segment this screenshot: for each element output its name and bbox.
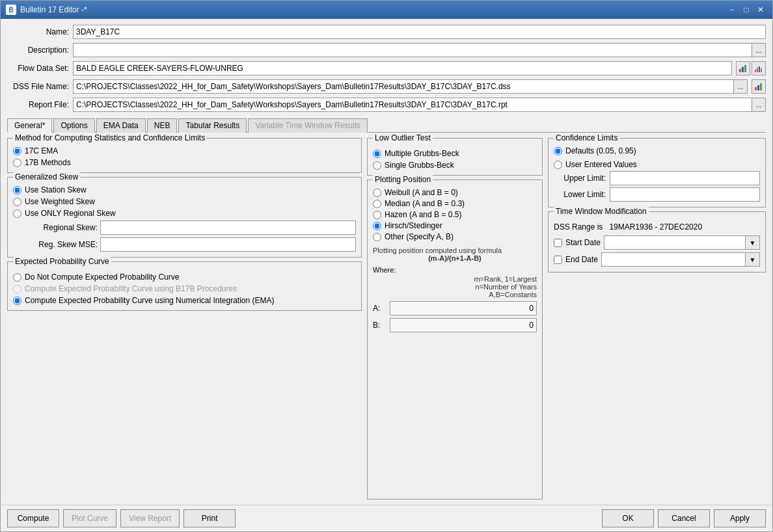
start-date-label[interactable]: Start Date <box>565 238 601 247</box>
pp-hirsch-label[interactable]: Hirsch/Stedinger <box>385 221 442 230</box>
ep-do-not-compute: Do Not Compute Expected Probability Curv… <box>13 273 356 282</box>
cl-user-entered: User Entered Values <box>554 160 760 169</box>
cl-defaults-radio[interactable] <box>554 147 562 155</box>
compute-button[interactable]: Compute <box>7 509 59 527</box>
end-date-input[interactable] <box>601 252 746 267</box>
skew-weighted-radio[interactable] <box>13 198 21 206</box>
pp-other-label[interactable]: Other (Specify A, B) <box>385 232 454 241</box>
skew-regional-label[interactable]: Use ONLY Regional Skew <box>25 209 116 218</box>
pp-weibull-radio[interactable] <box>373 189 381 197</box>
lo-multiple-radio[interactable] <box>373 150 381 158</box>
description-input[interactable] <box>73 43 752 57</box>
dss-browse-button[interactable]: ... <box>733 79 748 94</box>
skew-weighted-label[interactable]: Use Weighted Skew <box>25 197 95 206</box>
dss-range-label: DSS Range is <box>554 222 603 232</box>
expected-probability-title: Expected Probability Curve <box>13 257 111 266</box>
plotting-position-title: Plotting Position <box>373 175 433 184</box>
tab-tabular-results[interactable]: Tabular Results <box>178 118 247 133</box>
pp-hazen-label[interactable]: Hazen (A and B = 0.5) <box>385 210 461 219</box>
window-title: Bulletin 17 Editor -* <box>20 5 87 14</box>
regional-skew-input[interactable] <box>100 220 356 235</box>
end-date-label[interactable]: End Date <box>565 255 598 264</box>
pp-hirsch-radio[interactable] <box>373 222 381 230</box>
b-row: B: <box>373 318 537 332</box>
tab-variable-time-window: Variable Time Window Results <box>248 118 368 133</box>
histogram-icon <box>754 64 763 73</box>
cl-user-label[interactable]: User Entered Values <box>565 160 637 169</box>
upper-limit-row: Upper Limit: <box>554 171 760 185</box>
cl-defaults-label[interactable]: Defaults (0.05, 0.95) <box>565 146 636 155</box>
tab-neb[interactable]: NEB <box>147 118 178 133</box>
middle-panel: Low Outlier Test Multiple Grubbs-Beck Si… <box>367 138 543 499</box>
lo-multiple-label[interactable]: Multiple Grubbs-Beck <box>385 149 459 158</box>
cl-user-radio[interactable] <box>554 161 562 169</box>
svg-rect-9 <box>760 83 762 90</box>
upper-limit-input[interactable] <box>610 171 760 185</box>
b-input[interactable] <box>390 318 537 332</box>
reg-skew-mse-input[interactable] <box>100 237 356 252</box>
tab-ema-data[interactable]: EMA Data <box>96 118 146 133</box>
left-panel: Method for Computing Statistics and Conf… <box>7 138 362 499</box>
tab-options[interactable]: Options <box>53 118 94 133</box>
report-file-row: Report File: ... <box>7 97 766 113</box>
close-button[interactable]: ✕ <box>754 4 767 16</box>
method-17b-label[interactable]: 17B Methods <box>25 158 71 167</box>
report-browse-button[interactable]: ... <box>752 98 766 112</box>
ep-none-radio[interactable] <box>13 273 21 282</box>
description-browse-button[interactable]: ... <box>752 43 766 57</box>
plotting-inner: Weibull (A and B = 0) Median (A and B = … <box>373 188 537 332</box>
right-panel: Confidence Limits Defaults (0.05, 0.95) … <box>548 138 766 499</box>
svg-rect-0 <box>739 69 741 72</box>
dss-chart-button[interactable] <box>752 79 766 94</box>
dss-file-input[interactable] <box>73 79 733 94</box>
method-17b-radio[interactable] <box>13 159 21 167</box>
dss-file-input-group: ... <box>73 79 748 94</box>
flow-data-set-select[interactable]: BALD EAGLE CREEK-SAYERS-FLOW-UNREG <box>73 61 732 75</box>
maximize-button[interactable]: □ <box>740 4 753 16</box>
lo-single-radio[interactable] <box>373 161 381 170</box>
apply-button[interactable]: Apply <box>714 509 766 527</box>
description-row: Description: ... <box>7 42 766 58</box>
flow-histogram-button[interactable] <box>752 61 766 75</box>
title-bar: B Bulletin 17 Editor -* − □ ✕ <box>1 1 772 19</box>
start-date-input[interactable] <box>604 235 746 250</box>
ep-none-label[interactable]: Do Not Compute Expected Probability Curv… <box>25 273 179 282</box>
view-report-button[interactable]: View Report <box>120 509 180 527</box>
tab-general[interactable]: General* <box>7 118 52 133</box>
ep-numerical-label[interactable]: Compute Expected Probability Curve using… <box>25 296 275 305</box>
pp-weibull-label[interactable]: Weibull (A and B = 0) <box>385 188 458 197</box>
pp-hazen-radio[interactable] <box>373 211 381 219</box>
minimize-button[interactable]: − <box>726 4 739 16</box>
dss-file-row: DSS File Name: ... <box>7 79 766 94</box>
name-input[interactable] <box>73 25 766 39</box>
lower-limit-input[interactable] <box>610 187 760 202</box>
ep-b17b-label[interactable]: Compute Expected Probability Curve using… <box>25 284 237 293</box>
ok-button[interactable]: OK <box>602 509 654 527</box>
report-file-input[interactable] <box>73 98 752 112</box>
ep-numerical-radio[interactable] <box>13 297 21 305</box>
start-date-checkbox[interactable] <box>554 239 562 247</box>
plot-curve-button[interactable]: Plot Curve <box>63 509 116 527</box>
flow-chart-button[interactable] <box>736 61 750 75</box>
a-input[interactable] <box>390 301 537 315</box>
pp-median-label[interactable]: Median (A and B = 0.3) <box>385 199 465 208</box>
ep-b17b-radio[interactable] <box>13 285 21 293</box>
lo-single-label[interactable]: Single Grubbs-Beck <box>385 161 454 170</box>
pp-hazen: Hazen (A and B = 0.5) <box>373 210 537 219</box>
start-date-calendar-button[interactable]: ▼ <box>746 235 760 250</box>
skew-station: Use Station Skew <box>13 185 356 194</box>
print-button[interactable]: Print <box>183 509 236 527</box>
skew-station-label[interactable]: Use Station Skew <box>25 185 87 194</box>
cl-defaults: Defaults (0.05, 0.95) <box>554 146 760 155</box>
skew-station-radio[interactable] <box>13 186 21 194</box>
cancel-button[interactable]: Cancel <box>658 509 710 527</box>
end-date-calendar-button[interactable]: ▼ <box>746 252 760 267</box>
dss-range-row: DSS Range is 19MAR1936 - 27DEC2020 <box>554 222 760 232</box>
method-17c-radio[interactable] <box>13 147 21 155</box>
pp-other-radio[interactable] <box>373 233 381 241</box>
skew-regional-radio[interactable] <box>13 209 21 218</box>
method-17c-label[interactable]: 17C EMA <box>25 146 58 155</box>
low-outlier-radio-group: Multiple Grubbs-Beck Single Grubbs-Beck <box>373 146 537 170</box>
pp-median-radio[interactable] <box>373 200 381 208</box>
end-date-checkbox[interactable] <box>554 256 562 264</box>
